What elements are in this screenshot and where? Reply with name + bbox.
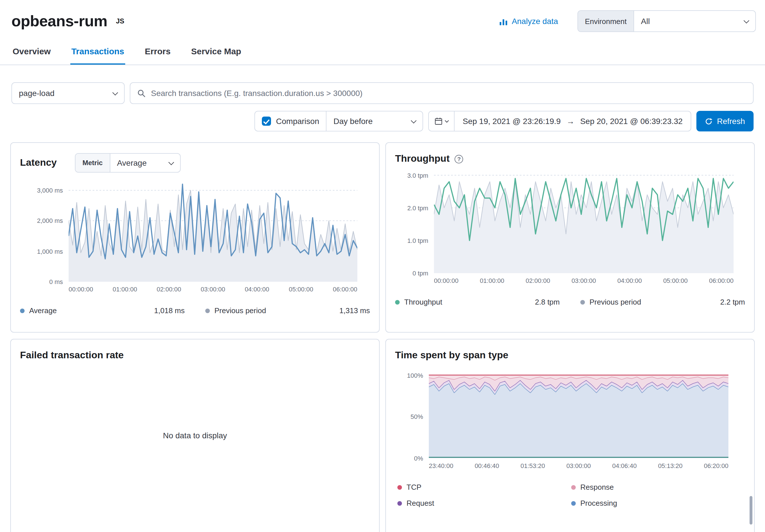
tab-overview[interactable]: Overview (11, 39, 52, 65)
date-start[interactable]: Sep 19, 2021 @ 23:26:19.9 (463, 117, 561, 126)
legend-item-request[interactable]: Request (397, 499, 571, 507)
legend-label: Average (29, 306, 57, 315)
x-tick: 01:00:00 (113, 286, 137, 293)
environment-value: All (641, 17, 650, 26)
tab-errors[interactable]: Errors (144, 39, 172, 65)
legend-value: 1,313 ms (339, 306, 370, 315)
refresh-button[interactable]: Refresh (696, 111, 754, 132)
comparison-select[interactable]: Day before (327, 112, 423, 131)
throughput-y-axis: 3.0 tpm 2.0 tpm 1.0 tpm 0 tpm (395, 170, 434, 273)
environment-label: Environment (578, 11, 634, 31)
tab-service-map[interactable]: Service Map (190, 39, 243, 65)
legend-dot (397, 485, 402, 489)
quick-select-button[interactable] (429, 112, 455, 131)
x-tick: 03:00:00 (566, 462, 591, 469)
analyze-data-icon (499, 17, 508, 25)
comparison-value: Day before (334, 117, 373, 126)
transaction-type-select[interactable]: page-load (11, 82, 125, 104)
x-tick: 05:00:00 (289, 286, 313, 293)
latency-title: Latency (20, 157, 57, 168)
apm-service-page: opbeans-rum JS Analyze data Environment … (0, 0, 765, 532)
legend-label: Previous period (589, 298, 641, 306)
legend-item-previous-period[interactable]: Previous period 1,313 ms (205, 306, 370, 315)
x-tick: 02:00:00 (526, 277, 550, 284)
latency-chart[interactable] (69, 183, 357, 282)
latency-metric-group: Metric Average (75, 153, 181, 172)
metric-value: Average (117, 158, 147, 167)
legend-value: 1,018 ms (154, 306, 185, 315)
time-spent-x-axis: 23:40:00 00:46:40 01:53:20 03:00:00 04:0… (429, 462, 728, 469)
legend-dot (571, 501, 576, 505)
legend-label: Throughput (404, 298, 442, 306)
x-tick: 03:00:00 (201, 286, 225, 293)
legend-item-average[interactable]: Average 1,018 ms (20, 306, 185, 315)
time-spent-panel: Time spent by span type 100% 50% 0% 23:4… (385, 339, 755, 532)
latency-metric-select[interactable]: Average (110, 154, 180, 172)
charts-grid: Latency Metric Average 3,000 ms 2,000 ms… (0, 132, 765, 532)
agent-badge: JS (116, 17, 124, 25)
y-tick: 2.0 tpm (407, 204, 428, 211)
throughput-legend: Throughput 2.8 tpm Previous period 2.2 t… (395, 298, 745, 306)
comparison-toggle[interactable]: Comparison (255, 112, 327, 131)
x-tick: 02:00:00 (157, 286, 181, 293)
legend-item-throughput[interactable]: Throughput 2.8 tpm (395, 298, 560, 306)
legend-label: Request (406, 499, 434, 507)
time-spent-y-axis: 100% 50% 0% (395, 373, 429, 458)
comparison-group: Comparison Day before (255, 111, 423, 132)
chevron-down-icon (112, 90, 118, 95)
legend-item-processing[interactable]: Processing (571, 499, 745, 507)
date-picker: Sep 19, 2021 @ 23:26:19.9 → Sep 20, 2021… (428, 111, 691, 132)
date-range: Sep 19, 2021 @ 23:26:19.9 → Sep 20, 2021… (455, 112, 691, 131)
search-input[interactable] (151, 89, 746, 98)
legend-item-tcp[interactable]: TCP (397, 483, 571, 491)
throughput-chart-area: 3.0 tpm 2.0 tpm 1.0 tpm 0 tpm 00:00:00 0… (395, 170, 745, 284)
header-actions: Analyze data Environment All (499, 10, 756, 32)
comparison-checkbox[interactable] (262, 117, 271, 126)
scrollbar-thumb[interactable] (750, 496, 752, 525)
date-end[interactable]: Sep 20, 2021 @ 06:39:23.32 (580, 117, 683, 126)
time-spent-legend: TCP Response Request Processing (397, 483, 745, 507)
legend-label: Processing (580, 499, 617, 507)
time-spent-chart[interactable] (429, 373, 728, 458)
latency-x-axis: 00:00:00 01:00:00 02:00:00 03:00:00 04:0… (69, 286, 357, 293)
x-tick: 04:00:00 (617, 277, 642, 284)
x-tick: 06:00:00 (709, 277, 734, 284)
analyze-data-link[interactable]: Analyze data (499, 17, 558, 26)
legend-item-previous-period[interactable]: Previous period 2.2 tpm (580, 298, 745, 306)
legend-label: Previous period (214, 306, 266, 315)
tab-transactions[interactable]: Transactions (70, 39, 125, 65)
environment-filter: Environment All (577, 10, 756, 32)
x-tick: 05:00:00 (663, 277, 688, 284)
y-tick: 0% (414, 455, 423, 462)
y-tick: 0 ms (49, 278, 63, 285)
x-tick: 06:20:00 (704, 462, 728, 469)
legend-dot (205, 308, 210, 313)
service-title: opbeans-rum (11, 12, 107, 30)
failed-rate-title: Failed transaction rate (20, 350, 124, 361)
legend-item-response[interactable]: Response (571, 483, 745, 491)
transaction-type-value: page-load (19, 89, 55, 98)
throughput-panel: Throughput ? 3.0 tpm 2.0 tpm 1.0 tpm 0 t… (385, 142, 755, 333)
x-tick: 04:06:40 (612, 462, 637, 469)
latency-panel: Latency Metric Average 3,000 ms 2,000 ms… (10, 142, 380, 333)
legend-dot (20, 308, 25, 313)
search-icon (137, 89, 146, 98)
throughput-chart[interactable] (434, 170, 734, 273)
failed-rate-panel: Failed transaction rate No data to displ… (10, 339, 380, 532)
y-tick: 3,000 ms (37, 187, 63, 194)
throughput-x-axis: 00:00:00 01:00:00 02:00:00 03:00:00 04:0… (434, 277, 734, 284)
throughput-title: Throughput (395, 153, 450, 164)
chevron-down-icon (744, 17, 749, 23)
legend-label: Response (580, 483, 614, 491)
legend-dot (580, 300, 585, 304)
x-tick: 05:13:20 (658, 462, 683, 469)
metric-label: Metric (76, 154, 110, 172)
x-tick: 00:00:00 (69, 286, 93, 293)
environment-select[interactable]: All (634, 11, 755, 31)
help-icon[interactable]: ? (455, 154, 463, 163)
x-tick: 03:00:00 (571, 277, 596, 284)
arrow-right-icon: → (566, 117, 574, 126)
x-tick: 06:00:00 (333, 286, 357, 293)
y-tick: 100% (407, 372, 423, 379)
chevron-down-icon (168, 159, 174, 165)
